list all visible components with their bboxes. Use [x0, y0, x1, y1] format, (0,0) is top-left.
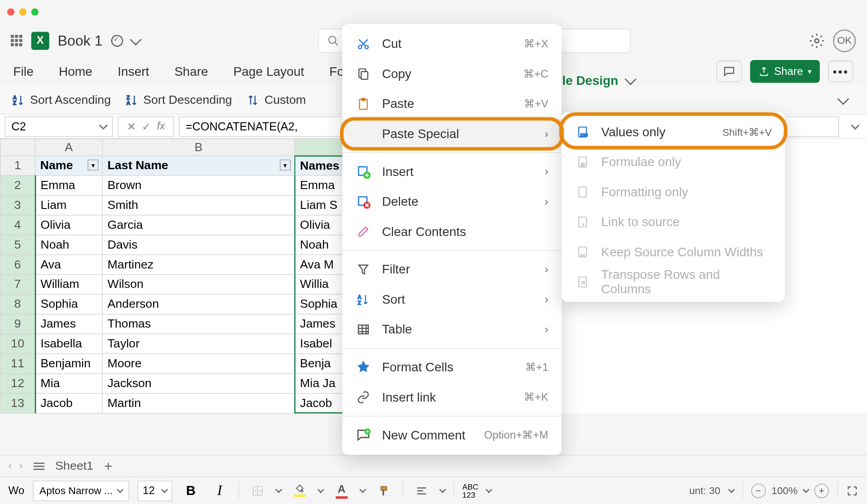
- cell[interactable]: Wilson: [103, 274, 295, 294]
- cell[interactable]: Garcia: [103, 215, 295, 235]
- cell[interactable]: Anderson: [103, 294, 295, 314]
- menu-page-layout[interactable]: Page Layout: [233, 64, 304, 79]
- cell[interactable]: Jackson: [103, 373, 295, 393]
- row-header[interactable]: 3: [0, 195, 35, 215]
- zoom-level[interactable]: 100%: [771, 485, 797, 497]
- context-delete[interactable]: Delete ›: [342, 187, 561, 217]
- cell[interactable]: Emma: [35, 175, 103, 195]
- filter-dropdown-icon[interactable]: ▾: [88, 160, 98, 171]
- table-header-cell[interactable]: Last Name▾: [103, 156, 295, 175]
- context-insert-link[interactable]: Insert link ⌘+K: [342, 382, 561, 412]
- format-painter-button[interactable]: [373, 481, 394, 501]
- formula-expand-button[interactable]: [844, 125, 867, 128]
- row-header[interactable]: 7: [0, 274, 35, 294]
- chevron-down-icon[interactable]: [802, 486, 809, 493]
- row-header[interactable]: 5: [0, 235, 35, 254]
- filter-dropdown-icon[interactable]: ▾: [280, 160, 290, 171]
- chevron-down-icon[interactable]: [275, 486, 282, 493]
- sheet-tab[interactable]: Sheet1: [55, 459, 93, 473]
- row-header[interactable]: 10: [0, 333, 35, 353]
- menu-home[interactable]: Home: [59, 64, 93, 79]
- cell[interactable]: Martinez: [103, 254, 295, 274]
- menu-share[interactable]: Share: [174, 64, 208, 79]
- context-paste-special[interactable]: Paste Special ›: [342, 119, 561, 149]
- cell[interactable]: James: [35, 314, 103, 334]
- context-sort[interactable]: AZ Sort ›: [342, 284, 561, 314]
- zoom-out-button[interactable]: −: [751, 483, 765, 498]
- menu-file[interactable]: File: [13, 64, 33, 79]
- context-insert[interactable]: Insert ›: [342, 157, 561, 187]
- row-header[interactable]: 9: [0, 314, 35, 334]
- chevron-down-icon[interactable]: [317, 486, 324, 493]
- cell[interactable]: Thomas: [103, 314, 295, 334]
- chevron-down-icon[interactable]: [728, 486, 735, 493]
- share-button[interactable]: Share ▾: [750, 60, 820, 83]
- cell[interactable]: Benjamin: [35, 353, 103, 373]
- comments-button[interactable]: [717, 60, 742, 82]
- cell[interactable]: Martin: [103, 393, 295, 413]
- menu-table-design[interactable]: le Design: [562, 73, 635, 88]
- font-size-select[interactable]: 12: [137, 481, 172, 501]
- cancel-formula-icon[interactable]: ✕: [127, 120, 136, 133]
- number-format-button[interactable]: ABC123: [462, 481, 479, 501]
- title-dropdown-icon[interactable]: [130, 33, 141, 45]
- row-header[interactable]: 13: [0, 393, 35, 413]
- chevron-down-icon[interactable]: [439, 486, 446, 493]
- sync-status-icon[interactable]: [111, 34, 123, 46]
- cell[interactable]: Brown: [103, 175, 295, 195]
- cell[interactable]: Jacob: [35, 393, 103, 413]
- accept-formula-icon[interactable]: ✓: [142, 120, 151, 133]
- menu-insert[interactable]: Insert: [118, 64, 149, 79]
- cell[interactable]: Sophia: [35, 294, 103, 314]
- sort-ascending-button[interactable]: AZ Sort Ascending: [12, 93, 111, 107]
- cell[interactable]: Isabella: [35, 333, 103, 353]
- italic-button[interactable]: I: [210, 481, 230, 501]
- custom-sort-button[interactable]: Custom: [247, 93, 306, 107]
- ribbon-expand-icon[interactable]: [832, 92, 855, 108]
- context-paste[interactable]: Paste ⌘+V: [342, 89, 561, 119]
- sheet-nav-prev[interactable]: ‹: [9, 460, 12, 472]
- cell-reference-input[interactable]: C2: [5, 116, 113, 136]
- user-avatar[interactable]: OK: [833, 29, 856, 52]
- chevron-down-icon[interactable]: [359, 486, 366, 493]
- column-header-b[interactable]: B: [103, 139, 295, 156]
- context-format-cells[interactable]: Format Cells ⌘+1: [342, 352, 561, 383]
- context-table[interactable]: Table ›: [342, 314, 561, 345]
- context-cut[interactable]: Cut ⌘+X: [342, 29, 561, 59]
- cell[interactable]: Olivia: [35, 215, 103, 235]
- cell[interactable]: Smith: [103, 195, 295, 215]
- cell[interactable]: William: [35, 274, 103, 294]
- zoom-in-button[interactable]: +: [814, 483, 829, 498]
- font-color-button[interactable]: A: [331, 481, 352, 501]
- close-window-button[interactable]: [7, 9, 14, 16]
- cell[interactable]: Liam: [35, 195, 103, 215]
- fullscreen-icon[interactable]: [846, 485, 858, 497]
- borders-button[interactable]: [247, 481, 268, 501]
- app-launcher-icon[interactable]: [11, 34, 23, 46]
- row-header[interactable]: 6: [0, 254, 35, 274]
- context-copy[interactable]: Copy ⌘+C: [342, 59, 561, 89]
- context-new-comment[interactable]: New Comment Option+⌘+M: [342, 420, 561, 450]
- add-sheet-button[interactable]: +: [104, 458, 113, 474]
- row-header[interactable]: 12: [0, 373, 35, 393]
- select-all-corner[interactable]: [0, 139, 35, 156]
- cell[interactable]: Moore: [103, 353, 295, 373]
- cell[interactable]: Noah: [35, 235, 103, 254]
- cell[interactable]: Taylor: [103, 333, 295, 353]
- row-header[interactable]: 2: [0, 175, 35, 195]
- submenu-values-only[interactable]: 123 Values only Shift+⌘+V: [562, 117, 785, 147]
- document-title[interactable]: Book 1: [58, 32, 103, 49]
- chevron-down-icon[interactable]: [486, 486, 493, 493]
- sheet-nav-next[interactable]: ›: [19, 460, 23, 472]
- context-filter[interactable]: Filter ›: [342, 254, 561, 285]
- bold-button[interactable]: B: [181, 481, 201, 501]
- cell[interactable]: Davis: [103, 235, 295, 254]
- settings-icon[interactable]: [809, 32, 825, 48]
- row-header[interactable]: 1: [0, 156, 35, 175]
- cell[interactable]: Ava: [35, 254, 103, 274]
- font-select[interactable]: Aptos Narrow ...: [33, 481, 129, 501]
- fill-color-button[interactable]: [289, 481, 310, 501]
- column-header-a[interactable]: A: [35, 139, 103, 156]
- sort-descending-button[interactable]: ZA Sort Descending: [125, 93, 232, 107]
- row-header[interactable]: 4: [0, 215, 35, 235]
